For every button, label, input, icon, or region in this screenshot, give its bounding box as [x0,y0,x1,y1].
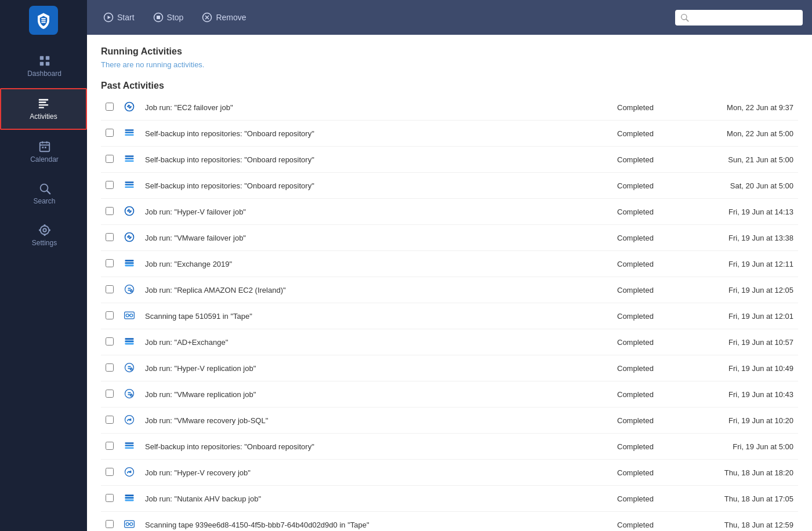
row-status: Completed [612,147,682,173]
row-name: Self-backup into repositories: "Onboard … [140,434,612,460]
table-row: Job run: "VMware failover job" Completed… [101,225,798,251]
search-wrapper [675,10,803,26]
running-empty: There are no running activities. [101,60,798,69]
row-time: Sun, 21 Jun at 5:00 [682,147,798,173]
sidebar-item-settings[interactable]: Settings [0,216,87,255]
row-checkbox[interactable] [106,103,114,111]
row-checkbox[interactable] [106,390,114,398]
svg-rect-38 [125,187,134,188]
row-checkbox[interactable] [106,233,114,241]
svg-rect-9 [39,104,49,106]
row-checkbox[interactable] [106,181,114,189]
table-row: Job run: "Hyper-V replication job" Compl… [101,355,798,381]
replica-icon [124,388,135,399]
stack-icon [124,492,135,504]
svg-point-56 [130,394,133,397]
row-name: Self-backup into repositories: "Onboard … [140,121,612,147]
activities-icon [37,97,50,110]
stop-button[interactable]: Stop [146,9,191,26]
row-checkbox[interactable] [106,207,114,215]
row-time: Thu, 18 Jun at 12:59 [682,512,798,532]
grid-icon [38,54,51,67]
svg-rect-36 [125,181,134,183]
row-icon-cell [118,173,140,199]
past-title: Past Activities [101,81,798,91]
sidebar-item-calendar[interactable]: Calendar [0,132,87,172]
svg-rect-15 [42,147,44,148]
svg-rect-59 [125,445,134,446]
svg-rect-51 [125,340,134,342]
table-row: Self-backup into repositories: "Onboard … [101,173,798,199]
row-name: Job run: "AD+Exchange" [140,329,612,355]
row-checkbox[interactable] [106,442,114,450]
app-logo [29,6,58,35]
row-name: Job run: "Hyper-V recovery job" [140,460,612,486]
row-checkbox[interactable] [106,155,114,163]
row-icon-cell [118,121,140,147]
svg-marker-21 [108,16,111,19]
svg-line-28 [686,19,688,21]
row-time: Fri, 19 Jun at 14:13 [682,199,798,225]
sidebar-label-calendar: Calendar [30,155,59,163]
row-icon-cell [118,303,140,329]
svg-point-40 [125,233,134,242]
sidebar-nav: Dashboard Activities Calendar [0,46,87,255]
row-name: Job run: "VMware failover job" [140,225,612,251]
main-area: Start Stop Remove [87,0,812,531]
svg-line-18 [47,191,50,194]
row-checkbox[interactable] [106,416,114,424]
row-checkbox[interactable] [106,494,114,502]
backup-icon [124,179,135,191]
table-row: Job run: "VMware recovery job-SQL" Compl… [101,408,798,434]
row-status: Completed [612,381,682,408]
row-checkbox[interactable] [106,520,114,528]
svg-point-29 [125,103,134,111]
table-row: Job run: "Hyper-V recovery job" Complete… [101,460,798,486]
table-row: Job run: "AD+Exchange" Completed Fri, 19… [101,329,798,355]
start-button[interactable]: Start [96,9,142,26]
remove-label: Remove [216,13,246,22]
row-checkbox[interactable] [106,311,114,319]
svg-rect-10 [39,107,44,108]
svg-point-45 [130,289,133,292]
row-status: Completed [612,434,682,460]
backup-icon [124,127,135,139]
row-name: Job run: "Replica AMAZON EC2 (Ireland)" [140,277,612,303]
past-section: Past Activities Job run: "EC2 failover j… [101,81,798,531]
svg-rect-33 [125,155,134,157]
shield-icon [35,12,52,29]
svg-point-53 [125,363,134,372]
row-checkbox-cell [101,225,118,251]
search-input[interactable] [675,10,803,26]
row-name: Job run: "VMware replication job" [140,381,612,408]
row-checkbox-cell [101,486,118,512]
stop-icon [153,12,164,23]
row-checkbox[interactable] [106,259,114,267]
row-name: Self-backup into repositories: "Onboard … [140,147,612,173]
svg-rect-52 [125,343,134,345]
row-checkbox[interactable] [106,129,114,137]
row-checkbox[interactable] [106,337,114,345]
row-icon-cell [118,225,140,251]
row-status: Completed [612,94,682,121]
row-checkbox-cell [101,355,118,381]
svg-rect-42 [125,262,134,264]
row-checkbox[interactable] [106,285,114,293]
row-checkbox-cell [101,147,118,173]
svg-rect-43 [125,265,134,267]
backup-icon [124,153,135,165]
row-checkbox-cell [101,121,118,147]
sidebar-item-dashboard[interactable]: Dashboard [0,46,87,86]
row-checkbox[interactable] [106,468,114,476]
svg-rect-30 [125,129,134,131]
failover-icon [124,205,135,217]
row-checkbox[interactable] [106,363,114,372]
remove-button[interactable]: Remove [195,9,253,26]
recovery-icon [124,414,135,425]
svg-point-47 [126,314,129,317]
sidebar-item-search[interactable]: Search [0,174,87,213]
recovery-icon [124,466,135,478]
sidebar-item-activities[interactable]: Activities [0,88,87,130]
row-icon-cell [118,251,140,277]
svg-rect-41 [125,260,134,261]
